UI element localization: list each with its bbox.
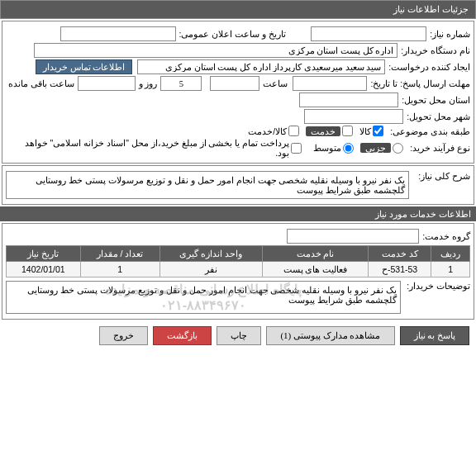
view-docs-button[interactable]: مشاهده مدارک پیوستی (1) xyxy=(266,326,394,345)
col-qty: تعداد / مقدار xyxy=(80,246,159,262)
proc-minor-option[interactable]: جزیی xyxy=(360,143,403,154)
remaining-time-field xyxy=(78,76,136,91)
category-label: طبقه بندی موضوعی: xyxy=(390,126,470,136)
province-label: استان محل تحویل: xyxy=(402,95,470,105)
services-header: اطلاعات خدمات مورد نیاز xyxy=(0,206,476,221)
main-form: شماره نیاز: تاریخ و ساعت اعلان عمومی: نا… xyxy=(2,21,474,164)
exit-button[interactable]: خروج xyxy=(99,326,148,345)
footer-buttons: پاسخ به نیاز مشاهده مدارک پیوستی (1) چاپ… xyxy=(0,321,476,350)
cell-date: 1402/01/01 xyxy=(7,262,81,277)
deadline-time-field xyxy=(210,76,259,91)
proc-medium-option[interactable]: متوسط xyxy=(313,143,354,154)
service-group-field xyxy=(287,229,419,244)
services-table-wrap: ردیف کد خدمت نام خدمت واحد اندازه گیری ت… xyxy=(6,245,470,277)
main-desc-label: شرح کلی نیاز: xyxy=(412,171,470,181)
cell-unit: نفر xyxy=(159,262,263,277)
deadline-date-field xyxy=(293,76,367,91)
table-header-row: ردیف کد خدمت نام خدمت واحد اندازه گیری ت… xyxy=(7,246,470,262)
contact-info-button[interactable]: اطلاعات تماس خریدار xyxy=(36,59,132,74)
service-group-label: گروه خدمت: xyxy=(422,231,470,241)
table-row[interactable]: 1 531-53-ح فعالیت های پست نفر 1 1402/01/… xyxy=(7,262,470,277)
cat-both-checkbox[interactable] xyxy=(288,126,299,136)
announce-field xyxy=(60,26,176,41)
cat-goods-option[interactable]: کالا xyxy=(359,126,383,136)
proc-note-option[interactable]: پرداخت تمام یا بخشی از مبلغ خرید،از محل … xyxy=(9,138,302,158)
creator-label: ایجاد کننده درخواست: xyxy=(388,62,470,72)
proc-medium-radio[interactable] xyxy=(343,143,354,154)
process-label: نوع فرآیند خرید: xyxy=(410,143,470,153)
buyer-field xyxy=(34,43,397,58)
cat-goods-checkbox[interactable] xyxy=(373,126,383,136)
col-code: کد خدمت xyxy=(368,246,431,262)
need-no-label: شماره نیاز: xyxy=(430,29,470,39)
cell-idx: 1 xyxy=(431,262,470,277)
need-no-field xyxy=(311,26,426,41)
services-section: گروه خدمت: ردیف کد خدمت نام خدمت واحد ان… xyxy=(2,223,474,320)
window-title: جزئیات اطلاعات نیاز xyxy=(0,0,476,19)
cell-qty: 1 xyxy=(80,262,159,277)
city-field xyxy=(304,109,403,124)
cell-code: 531-53-ح xyxy=(368,262,431,277)
remaining-label: ساعت باقی مانده xyxy=(8,78,74,88)
time-label-1: ساعت xyxy=(263,78,288,88)
print-button[interactable]: چاپ xyxy=(217,326,261,345)
cat-service-checkbox[interactable] xyxy=(342,126,353,136)
col-idx: ردیف xyxy=(431,246,470,262)
creator-field xyxy=(137,59,385,74)
days-label: روز و xyxy=(139,78,158,88)
services-table: ردیف کد خدمت نام خدمت واحد اندازه گیری ت… xyxy=(6,245,470,277)
city-label: شهر محل تحویل: xyxy=(407,111,470,121)
deadline-label: مهلت ارسال پاسخ: تا تاریخ: xyxy=(370,78,470,88)
province-field xyxy=(299,92,398,107)
col-name: نام خدمت xyxy=(263,246,369,262)
buyer-notes-box: یک نفر نیرو با وسیله نقلیه شخصی جهت انجا… xyxy=(6,281,401,314)
description-section: شرح کلی نیاز: یک نفر نیرو با وسیله نقلیه… xyxy=(2,165,474,205)
proc-minor-radio[interactable] xyxy=(393,143,403,154)
buyer-notes-label: توضیحات خریدار: xyxy=(404,281,470,291)
cat-both-option[interactable]: کالا/خدمت xyxy=(248,126,299,136)
col-date: تاریخ نیاز xyxy=(7,246,81,262)
respond-button[interactable]: پاسخ به نیاز xyxy=(400,326,470,345)
announce-label: تاریخ و ساعت اعلان عمومی: xyxy=(179,29,287,39)
buyer-label: نام دستگاه خریدار: xyxy=(401,45,470,55)
col-unit: واحد اندازه گیری xyxy=(159,246,263,262)
buyer-notes-text: یک نفر نیرو با وسیله نقلیه شخصی جهت انجا… xyxy=(27,285,397,305)
back-button[interactable]: بازگشت xyxy=(153,326,212,345)
days-field xyxy=(160,76,202,91)
cell-name: فعالیت های پست xyxy=(263,262,369,277)
cat-service-option[interactable]: خدمت xyxy=(306,126,353,136)
proc-note-checkbox[interactable] xyxy=(291,143,302,154)
main-desc-box: یک نفر نیرو با وسیله نقلیه شخصی جهت انجا… xyxy=(6,171,409,199)
